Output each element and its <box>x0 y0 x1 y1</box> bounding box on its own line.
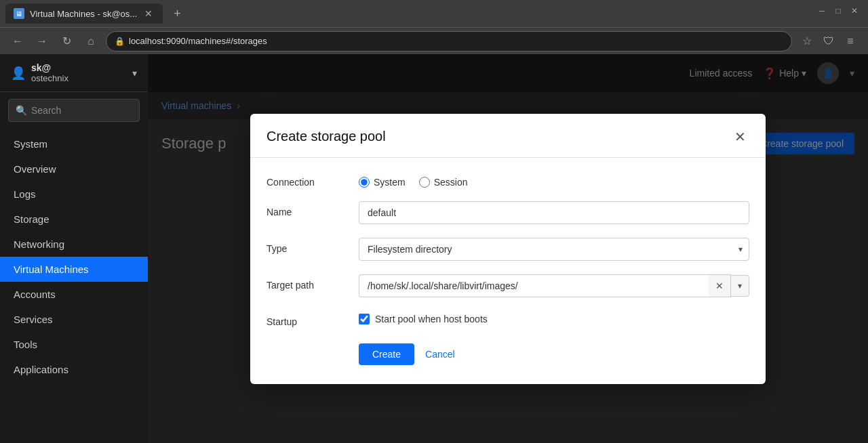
bookmark-icon[interactable]: ☆ <box>797 32 816 51</box>
target-path-browse-button[interactable]: ▾ <box>731 275 749 297</box>
security-icon: 🔒 <box>115 37 125 46</box>
startup-control-group: Start pool when host boots <box>359 311 749 324</box>
sidebar-item-virtual-machines[interactable]: Virtual Machines <box>0 257 148 282</box>
browser-tab[interactable]: 🖥 Virtual Machines - sk@os... ✕ <box>5 3 163 24</box>
tab-close-icon[interactable]: ✕ <box>142 7 155 20</box>
startup-label: Startup <box>267 311 348 327</box>
create-storage-pool-modal: Create storage pool ✕ Connection System <box>250 114 766 384</box>
name-input[interactable] <box>359 201 749 224</box>
sidebar-hostname: ostechnix <box>31 73 68 83</box>
type-select-wrapper: Filesystem directory Logical Volume Mana… <box>359 238 749 261</box>
sidebar-user-header[interactable]: 👤 sk@ ostechnix ▾ <box>0 54 148 92</box>
target-path-row: Target path ✕ ▾ <box>267 274 749 297</box>
system-radio-label[interactable]: System <box>359 177 406 188</box>
tab-favicon-icon: 🖥 <box>14 8 24 19</box>
connection-row: Connection System Session <box>267 171 749 188</box>
sidebar-item-applications[interactable]: Applications <box>0 357 148 382</box>
forward-button[interactable]: → <box>33 32 52 51</box>
session-radio-input[interactable] <box>419 177 430 188</box>
sidebar-item-overview[interactable]: Overview <box>0 156 148 182</box>
window-controls: ─ □ ✕ <box>816 5 860 16</box>
main-content: Limited access ❓ Help ▾ 👤 ▾ Virtual mach… <box>148 54 868 443</box>
window-close-button[interactable]: ✕ <box>849 5 860 16</box>
modal-body: Connection System Session <box>250 158 766 384</box>
app-layout: 👤 sk@ ostechnix ▾ 🔍 Search System Overvi… <box>0 54 868 443</box>
sidebar-item-accounts[interactable]: Accounts <box>0 282 148 307</box>
sidebar-item-logs[interactable]: Logs <box>0 182 148 207</box>
target-path-input[interactable] <box>359 274 709 297</box>
sidebar-username: sk@ <box>31 62 68 73</box>
search-placeholder-text: Search <box>31 105 61 116</box>
tab-title: Virtual Machines - sk@os... <box>30 9 137 19</box>
connection-radio-group: System Session <box>359 171 749 188</box>
modal-overlay: Create storage pool ✕ Connection System <box>148 54 868 443</box>
modal-header: Create storage pool ✕ <box>250 114 766 158</box>
address-bar[interactable]: 🔒 localhost:9090/machines#/storages <box>106 31 792 51</box>
type-label: Type <box>267 238 348 254</box>
maximize-button[interactable]: □ <box>833 5 844 16</box>
connection-label: Connection <box>267 171 348 188</box>
sidebar-user-info: sk@ ostechnix <box>31 62 68 83</box>
modal-close-button[interactable]: ✕ <box>730 127 749 146</box>
target-path-wrapper: ✕ ▾ <box>359 274 749 297</box>
startup-checkbox-input[interactable] <box>359 314 370 324</box>
modal-footer: Create Cancel <box>267 341 749 368</box>
sidebar-item-services[interactable]: Services <box>0 307 148 332</box>
startup-checkbox-text: Start pool when host boots <box>375 314 488 324</box>
sidebar: 👤 sk@ ostechnix ▾ 🔍 Search System Overvi… <box>0 54 148 443</box>
sidebar-caret-icon: ▾ <box>132 68 137 79</box>
shield-icon[interactable]: 🛡 <box>819 32 838 51</box>
session-radio-label[interactable]: Session <box>419 177 468 188</box>
sidebar-item-tools[interactable]: Tools <box>0 332 148 357</box>
cancel-button[interactable]: Cancel <box>422 343 458 365</box>
target-path-control-group: ✕ ▾ <box>359 274 749 297</box>
startup-checkbox-label[interactable]: Start pool when host boots <box>359 311 749 324</box>
refresh-button[interactable]: ↻ <box>57 32 76 51</box>
browser-titlebar: 🖥 Virtual Machines - sk@os... ✕ + ─ □ ✕ <box>0 0 868 27</box>
startup-row: Startup Start pool when host boots <box>267 311 749 327</box>
create-button[interactable]: Create <box>359 343 414 365</box>
system-radio-input[interactable] <box>359 177 370 188</box>
target-path-clear-button[interactable]: ✕ <box>709 274 731 297</box>
type-select[interactable]: Filesystem directory Logical Volume Mana… <box>359 238 749 261</box>
home-button[interactable]: ⌂ <box>81 32 100 51</box>
sidebar-item-storage[interactable]: Storage <box>0 207 148 232</box>
sidebar-item-system[interactable]: System <box>0 131 148 156</box>
sidebar-item-networking[interactable]: Networking <box>0 232 148 257</box>
name-label: Name <box>267 201 348 217</box>
name-row: Name <box>267 201 749 224</box>
url-text: localhost:9090/machines#/storages <box>129 36 267 46</box>
sidebar-search[interactable]: 🔍 Search <box>8 99 140 122</box>
type-row: Type Filesystem directory Logical Volume… <box>267 238 749 261</box>
new-tab-button[interactable]: + <box>168 4 186 24</box>
menu-icon[interactable]: ≡ <box>841 32 860 51</box>
modal-title: Create storage pool <box>267 129 386 144</box>
minimize-button[interactable]: ─ <box>816 5 827 16</box>
browser-toolbar: ← → ↻ ⌂ 🔒 localhost:9090/machines#/stora… <box>0 27 868 54</box>
name-control-group <box>359 201 749 224</box>
system-radio-text: System <box>374 177 406 188</box>
search-icon: 🔍 <box>16 105 27 116</box>
session-radio-text: Session <box>434 177 468 188</box>
target-path-label: Target path <box>267 274 348 291</box>
back-button[interactable]: ← <box>8 32 27 51</box>
sidebar-nav: System Overview Logs Storage Networking … <box>0 129 148 443</box>
toolbar-right: ☆ 🛡 ≡ <box>797 32 860 51</box>
sidebar-user-icon: 👤 <box>11 66 26 81</box>
